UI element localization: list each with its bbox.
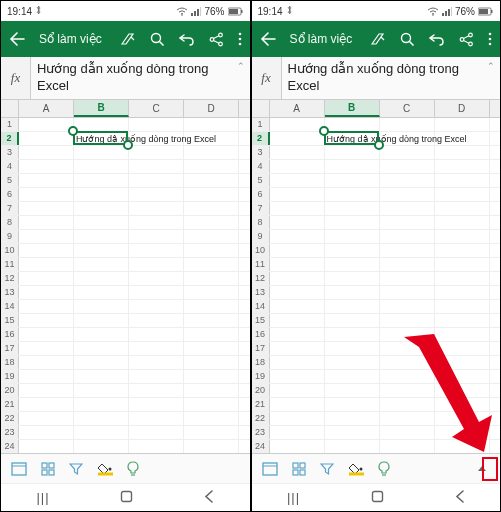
cell[interactable] xyxy=(19,188,74,201)
nav-recent[interactable]: ||| xyxy=(287,490,300,505)
cell[interactable] xyxy=(19,118,74,131)
row-header[interactable]: 21 xyxy=(252,398,270,411)
row-header[interactable]: 22 xyxy=(1,412,19,425)
nav-home[interactable] xyxy=(120,489,133,507)
cell[interactable] xyxy=(74,440,129,453)
cell[interactable] xyxy=(270,440,325,453)
sheets-button[interactable] xyxy=(11,462,27,476)
view-button[interactable] xyxy=(41,462,55,476)
cell[interactable] xyxy=(74,272,129,285)
format-button[interactable] xyxy=(120,31,136,47)
cell[interactable] xyxy=(184,440,239,453)
cell[interactable] xyxy=(184,188,239,201)
cell[interactable] xyxy=(129,426,184,439)
cell[interactable] xyxy=(270,426,325,439)
column-header[interactable]: A xyxy=(19,100,74,117)
cell[interactable] xyxy=(380,244,435,257)
cell[interactable] xyxy=(74,230,129,243)
cell[interactable] xyxy=(380,440,435,453)
ideas-button[interactable] xyxy=(378,461,390,476)
cell[interactable] xyxy=(435,412,490,425)
row-header[interactable]: 4 xyxy=(252,160,270,173)
cell[interactable] xyxy=(129,258,184,271)
cell[interactable] xyxy=(270,258,325,271)
column-header[interactable]: C xyxy=(129,100,184,117)
cell[interactable] xyxy=(129,202,184,215)
cell[interactable] xyxy=(435,202,490,215)
row-header[interactable]: 7 xyxy=(252,202,270,215)
cell[interactable] xyxy=(19,216,74,229)
formula-input[interactable]: Hướng dẫn xuống dòng trong Excel xyxy=(282,57,483,99)
cell[interactable] xyxy=(74,300,129,313)
selection-handle[interactable] xyxy=(68,126,78,136)
cell[interactable]: Hướng dậ xuống dòng trong Excel xyxy=(325,132,380,145)
cell[interactable] xyxy=(74,160,129,173)
cell[interactable] xyxy=(129,398,184,411)
row-header[interactable]: 8 xyxy=(1,216,19,229)
cell[interactable] xyxy=(380,356,435,369)
expand-toolbar-button[interactable] xyxy=(474,460,490,477)
cell[interactable] xyxy=(380,412,435,425)
search-button[interactable] xyxy=(150,32,165,47)
column-header[interactable]: A xyxy=(270,100,325,117)
cell[interactable] xyxy=(435,146,490,159)
formula-bar[interactable]: fx Hướng dẫn xuống dòng trong Excel ⌃ xyxy=(252,57,501,100)
cell[interactable] xyxy=(325,118,380,131)
cell[interactable] xyxy=(184,370,239,383)
cell[interactable] xyxy=(19,174,74,187)
cell[interactable] xyxy=(74,370,129,383)
cell[interactable] xyxy=(184,356,239,369)
nav-back[interactable] xyxy=(204,489,214,507)
cell[interactable] xyxy=(74,118,129,131)
row-header[interactable]: 23 xyxy=(1,426,19,439)
cell[interactable] xyxy=(325,202,380,215)
cell[interactable] xyxy=(74,216,129,229)
cell[interactable] xyxy=(74,412,129,425)
row-header[interactable]: 21 xyxy=(1,398,19,411)
cell[interactable] xyxy=(325,174,380,187)
cell[interactable] xyxy=(270,342,325,355)
row-header[interactable]: 6 xyxy=(252,188,270,201)
cell[interactable] xyxy=(380,342,435,355)
nav-home[interactable] xyxy=(371,489,384,507)
cell[interactable] xyxy=(184,118,239,131)
cell[interactable] xyxy=(184,230,239,243)
row-header[interactable]: 15 xyxy=(252,314,270,327)
cell[interactable] xyxy=(270,356,325,369)
cell[interactable] xyxy=(19,398,74,411)
cell[interactable] xyxy=(184,314,239,327)
cell[interactable] xyxy=(325,398,380,411)
cell[interactable] xyxy=(19,202,74,215)
cell[interactable] xyxy=(380,286,435,299)
cell[interactable] xyxy=(129,440,184,453)
cell[interactable] xyxy=(325,272,380,285)
cell[interactable] xyxy=(19,244,74,257)
cell[interactable] xyxy=(325,440,380,453)
cell[interactable] xyxy=(380,300,435,313)
cell[interactable] xyxy=(129,230,184,243)
cell[interactable] xyxy=(129,328,184,341)
cell[interactable] xyxy=(74,342,129,355)
cell[interactable] xyxy=(74,426,129,439)
cell[interactable] xyxy=(74,188,129,201)
cell[interactable] xyxy=(129,370,184,383)
row-header[interactable]: 14 xyxy=(1,300,19,313)
cell[interactable] xyxy=(435,244,490,257)
row-header[interactable]: 18 xyxy=(1,356,19,369)
formula-input[interactable]: Hướng dẫn xuống dòng trong Excel xyxy=(31,57,232,99)
cell[interactable] xyxy=(184,300,239,313)
cell[interactable] xyxy=(380,314,435,327)
cell[interactable] xyxy=(435,230,490,243)
cell[interactable] xyxy=(19,286,74,299)
cell[interactable] xyxy=(380,160,435,173)
row-header[interactable]: 11 xyxy=(1,258,19,271)
cell[interactable] xyxy=(19,132,74,145)
cell[interactable] xyxy=(270,398,325,411)
cell[interactable] xyxy=(325,342,380,355)
cell[interactable] xyxy=(380,258,435,271)
cell[interactable] xyxy=(74,202,129,215)
row-header[interactable]: 22 xyxy=(252,412,270,425)
row-header[interactable]: 20 xyxy=(1,384,19,397)
cell[interactable] xyxy=(129,342,184,355)
cell[interactable] xyxy=(270,188,325,201)
